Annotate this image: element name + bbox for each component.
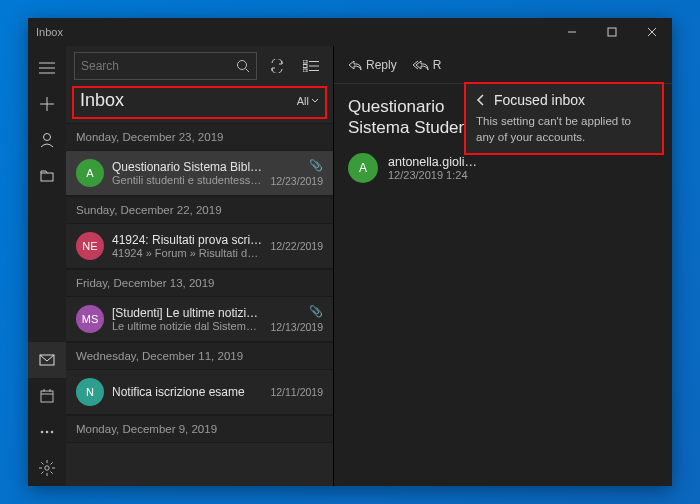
new-mail-button[interactable]	[28, 86, 66, 122]
message-date: 12/23/2019	[270, 175, 323, 187]
mail-module-icon[interactable]	[28, 342, 66, 378]
attachment-icon: 📎	[309, 159, 323, 172]
search-box[interactable]	[74, 52, 257, 80]
message-date: 12/13/2019	[270, 321, 323, 333]
minimize-button[interactable]	[552, 18, 592, 46]
svg-rect-1	[608, 28, 616, 36]
svg-point-17	[46, 431, 49, 434]
message-item[interactable]: NNotifica iscrizione esame12/11/2019	[66, 370, 333, 415]
filter-dropdown[interactable]: All	[297, 95, 319, 107]
close-button[interactable]	[632, 18, 672, 46]
svg-rect-34	[303, 69, 307, 72]
attachment-icon: 📎	[309, 305, 323, 318]
svg-line-25	[51, 472, 53, 474]
message-item[interactable]: AQuestionario Sistema BibliotecarioGenti…	[66, 151, 333, 196]
window-title: Inbox	[36, 26, 63, 38]
menu-icon[interactable]	[28, 50, 66, 86]
date-group-header: Wednesday, December 11, 2019	[66, 342, 333, 370]
message-subject: Notifica iscrizione esame	[112, 385, 262, 399]
reading-pane: Reply R Questionario Sistema Studenti A …	[334, 46, 672, 486]
svg-line-27	[41, 472, 43, 474]
nav-rail	[28, 46, 66, 486]
message-preview: 41924 » Forum » Risultati delle pro	[112, 247, 262, 259]
message-avatar: MS	[76, 305, 104, 333]
sender-name: antonella.gioli…	[388, 155, 477, 169]
focused-inbox-flyout: Focused inbox This setting can't be appl…	[464, 82, 664, 155]
folder-header-highlight: Inbox All	[72, 86, 327, 119]
svg-rect-12	[41, 391, 53, 402]
date-group-header: Monday, December 9, 2019	[66, 415, 333, 443]
message-subject: [Studenti] Le ultime notizie dal Siste	[112, 306, 262, 320]
sync-button[interactable]	[263, 52, 291, 80]
sender-date: 12/23/2019 1:24	[388, 169, 477, 181]
more-icon[interactable]	[28, 414, 66, 450]
svg-point-28	[238, 61, 247, 70]
message-preview: Le ultime notizie dal Sistema Musea	[112, 320, 262, 332]
date-group-header: Sunday, December 22, 2019	[66, 196, 333, 224]
svg-point-19	[45, 466, 49, 470]
select-mode-button[interactable]	[297, 52, 325, 80]
calendar-module-icon[interactable]	[28, 378, 66, 414]
svg-rect-30	[303, 60, 307, 63]
svg-rect-32	[303, 65, 307, 68]
date-group-header: Monday, December 23, 2019	[66, 123, 333, 151]
message-subject: 41924: Risultati prova scritta 17/12	[112, 233, 262, 247]
message-subject: Questionario Sistema Bibliotecario	[112, 160, 262, 174]
message-preview: Gentili studenti e studentesse, il Sis	[112, 174, 262, 186]
reply-button[interactable]: Reply	[342, 54, 403, 76]
maximize-button[interactable]	[592, 18, 632, 46]
settings-icon[interactable]	[28, 450, 66, 486]
sender-row: A antonella.gioli… 12/23/2019 1:24	[348, 153, 658, 183]
svg-line-24	[41, 462, 43, 464]
message-avatar: NE	[76, 232, 104, 260]
folders-icon[interactable]	[28, 158, 66, 194]
flyout-title: Focused inbox	[494, 92, 585, 108]
folder-name[interactable]: Inbox	[80, 90, 124, 111]
message-avatar: A	[76, 159, 104, 187]
search-input[interactable]	[81, 59, 236, 73]
search-icon[interactable]	[236, 59, 250, 73]
message-item[interactable]: MS[Studenti] Le ultime notizie dal Siste…	[66, 297, 333, 342]
mail-window: Inbox	[28, 18, 672, 486]
message-list[interactable]: Monday, December 23, 2019AQuestionario S…	[66, 123, 333, 486]
flyout-desc: This setting can't be applied to any of …	[476, 114, 652, 145]
titlebar: Inbox	[28, 18, 672, 46]
date-group-header: Friday, December 13, 2019	[66, 269, 333, 297]
svg-line-29	[246, 69, 250, 73]
reading-toolbar: Reply R	[334, 46, 672, 84]
message-date: 12/22/2019	[270, 240, 323, 252]
message-item[interactable]: NE41924: Risultati prova scritta 17/1241…	[66, 224, 333, 269]
svg-point-16	[41, 431, 44, 434]
svg-point-9	[44, 134, 51, 141]
message-date: 12/11/2019	[270, 386, 323, 398]
sender-avatar: A	[348, 153, 378, 183]
chevron-down-icon	[311, 98, 319, 104]
svg-line-26	[51, 462, 53, 464]
svg-rect-10	[41, 173, 53, 181]
message-list-pane: Inbox All Monday, December 23, 2019AQues…	[66, 46, 334, 486]
flyout-back-icon[interactable]	[476, 94, 486, 106]
reply-all-button[interactable]: R	[407, 54, 448, 76]
message-avatar: N	[76, 378, 104, 406]
svg-point-18	[51, 431, 54, 434]
account-icon[interactable]	[28, 122, 66, 158]
